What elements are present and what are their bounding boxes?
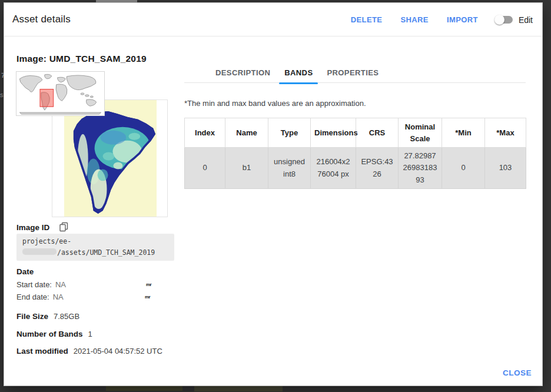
image-id-row: Image ID — [16, 222, 69, 232]
last-modified-value: 2021-05-04 04:57:52 UTC — [74, 347, 162, 356]
image-asset-title: Image: UMD_TCH_SAM_2019 — [16, 54, 147, 64]
image-id-line2: /assets/UMD_TCH_SAM_2019 — [22, 247, 168, 258]
last-modified-label: Last modified — [16, 347, 68, 356]
bands-table: Index Name Type Dimensions CRS Nominal S… — [184, 118, 526, 189]
cell-min: 0 — [442, 148, 485, 189]
tab-description[interactable]: DESCRIPTION — [210, 62, 276, 83]
table-row: 0 b1 unsigned int8 216004x276004 px EPSG… — [185, 148, 526, 189]
end-date-row: End date:NA — [16, 293, 164, 301]
cell-max: 103 — [485, 148, 526, 189]
end-date-label: End date: — [16, 293, 49, 301]
image-id-label: Image ID — [16, 223, 49, 232]
dialog-header: Asset details DELETE SHARE IMPORT Edit — [4, 3, 542, 36]
image-id-line1: projects/ee- — [22, 236, 168, 247]
cell-dimensions: 216004x276004 px — [311, 148, 356, 189]
copy-icon[interactable] — [58, 222, 69, 232]
south-america-raster — [52, 100, 167, 217]
end-date-picker-icon[interactable]: mr — [145, 294, 150, 300]
backdrop-patch — [194, 386, 283, 391]
file-size-label: File Size — [16, 312, 48, 321]
backdrop-patch — [106, 386, 182, 391]
tab-properties[interactable]: PROPERTIES — [321, 62, 384, 83]
header-actions: DELETE SHARE IMPORT Edit — [351, 3, 533, 36]
col-header-nominal-scale: Nominal Scale — [399, 118, 442, 148]
col-header-index: Index — [185, 118, 225, 148]
edit-toggle-group: Edit — [496, 15, 533, 25]
start-date-row: Start date:NA — [16, 280, 164, 289]
tab-bar: DESCRIPTION BANDS PROPERTIES — [210, 62, 384, 83]
date-section-label: Date — [16, 267, 34, 276]
cell-index: 0 — [185, 148, 225, 189]
backdrop-patch — [96, 0, 137, 2]
bands-count-row: Number of Bands1 — [16, 330, 92, 338]
world-footprint-map — [16, 71, 105, 116]
end-date-value: NA — [53, 293, 64, 301]
file-size-value: 7.85GB — [54, 312, 79, 321]
start-date-picker-icon[interactable]: mr — [146, 282, 151, 287]
table-header-row: Index Name Type Dimensions CRS Nominal S… — [185, 118, 526, 148]
screen: 7 s Asset details DELETE SHARE IMPORT Ed… — [0, 0, 551, 392]
dialog-title: Asset details — [12, 14, 71, 25]
backdrop-glyph: s — [0, 91, 4, 98]
col-header-max: *Max — [485, 118, 526, 148]
col-header-type: Type — [268, 118, 311, 148]
world-map-graphic — [16, 72, 104, 115]
import-button[interactable]: IMPORT — [447, 15, 478, 24]
bands-count-value: 1 — [88, 330, 92, 338]
col-header-crs: CRS — [356, 118, 399, 148]
cell-type: unsigned int8 — [268, 148, 311, 189]
cell-nominal-scale: 27.829872698318393 — [399, 148, 442, 189]
bands-count-label: Number of Bands — [16, 330, 83, 338]
edit-toggle[interactable] — [496, 16, 513, 24]
redacted-project-name — [22, 248, 57, 255]
share-button[interactable]: SHARE — [400, 15, 429, 24]
col-header-min: *Min — [442, 118, 485, 148]
footprint-rectangle — [40, 89, 54, 107]
delete-button[interactable]: DELETE — [351, 15, 383, 24]
col-header-dimensions: Dimensions — [311, 118, 356, 148]
edit-toggle-label: Edit — [519, 15, 533, 25]
last-modified-row: Last modified2021-05-04 04:57:52 UTC — [16, 347, 162, 356]
image-id-line2-suffix: /assets/UMD_TCH_SAM_2019 — [57, 248, 155, 257]
image-id-value[interactable]: projects/ee- /assets/UMD_TCH_SAM_2019 — [16, 234, 174, 261]
start-date-value: NA — [55, 280, 66, 289]
cell-name: b1 — [225, 148, 268, 189]
asset-preview-map — [52, 99, 168, 217]
bands-approximation-note: *The min and max band values are an appr… — [184, 99, 366, 108]
file-size-row: File Size7.85GB — [16, 312, 79, 321]
toggle-knob — [494, 15, 504, 25]
close-button[interactable]: CLOSE — [503, 368, 532, 377]
cell-crs: EPSG:4326 — [356, 148, 399, 189]
asset-details-dialog: Asset details DELETE SHARE IMPORT Edit I… — [4, 3, 542, 386]
tab-bands[interactable]: BANDS — [279, 62, 318, 83]
start-date-label: Start date: — [16, 280, 52, 289]
col-header-name: Name — [225, 118, 268, 148]
